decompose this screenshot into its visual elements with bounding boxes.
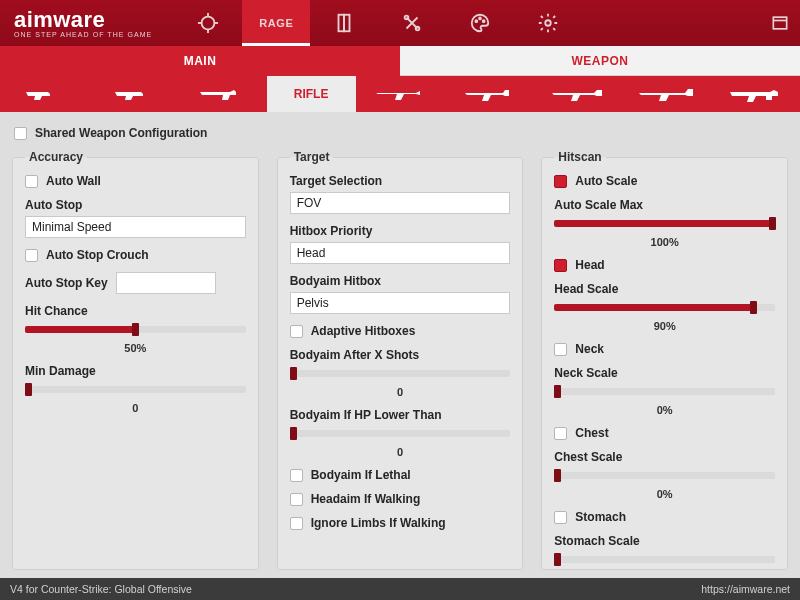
- nav-rage-label: RAGE: [259, 17, 293, 29]
- autoscale-max-label: Auto Scale Max: [554, 198, 775, 212]
- autostop-crouch-row[interactable]: Auto Stop Crouch: [25, 248, 246, 262]
- bodyaim-hp-lower-label: Bodyaim If HP Lower Than: [290, 408, 511, 422]
- nav-visuals[interactable]: [310, 0, 378, 46]
- weapon-awp[interactable]: [622, 76, 711, 112]
- hs-chest-row[interactable]: Chest: [554, 426, 775, 440]
- nav-settings[interactable]: [514, 0, 582, 46]
- ignore-limbs-row[interactable]: Ignore Limbs If Walking: [290, 516, 511, 530]
- adaptive-hitboxes-row[interactable]: Adaptive Hitboxes: [290, 324, 511, 338]
- crosshair-icon: [197, 12, 219, 34]
- bodyaim-hp-lower-value: 0: [290, 446, 511, 458]
- hitbox-priority-select[interactable]: Head: [290, 242, 511, 264]
- bodyaim-hitbox-select[interactable]: Pelvis: [290, 292, 511, 314]
- shared-config-row[interactable]: Shared Weapon Configuration: [12, 122, 788, 150]
- mindmg-label: Min Damage: [25, 364, 246, 378]
- stomach-scale-slider[interactable]: [554, 552, 775, 570]
- chest-scale-label: Chest Scale: [554, 450, 775, 464]
- autoscale-label: Auto Scale: [575, 174, 637, 188]
- panel-accuracy: Accuracy Auto Wall Auto Stop Minimal Spe…: [12, 150, 259, 570]
- bodyaim-after-x-value: 0: [290, 386, 511, 398]
- adaptive-hitboxes-checkbox[interactable]: [290, 325, 303, 338]
- weapon-pistol[interactable]: [0, 76, 89, 112]
- target-selection-select[interactable]: FOV: [290, 192, 511, 214]
- bodyaim-hp-lower-slider[interactable]: [290, 426, 511, 446]
- bodyaim-after-x-slider[interactable]: [290, 366, 511, 386]
- head-scale-value: 90%: [554, 320, 775, 332]
- autostop-crouch-checkbox[interactable]: [25, 249, 38, 262]
- subtab-weapon[interactable]: WEAPON: [400, 46, 800, 76]
- autostop-label: Auto Stop: [25, 198, 246, 212]
- headaim-walking-label: Headaim If Walking: [311, 492, 421, 506]
- ignore-limbs-label: Ignore Limbs If Walking: [311, 516, 446, 530]
- svg-point-10: [479, 18, 481, 20]
- weapon-auto[interactable]: [533, 76, 622, 112]
- head-scale-slider[interactable]: [554, 300, 775, 320]
- autostop-key-input[interactable]: [116, 272, 216, 294]
- autoscale-max-value: 100%: [554, 236, 775, 248]
- weapon-smg[interactable]: [178, 76, 267, 112]
- titlebar: aimware ONE STEP AHEAD OF THE GAME RAGE: [0, 0, 800, 46]
- ignore-limbs-checkbox[interactable]: [290, 517, 303, 530]
- panel-hitscan-legend: Hitscan: [554, 150, 605, 164]
- autoscale-row[interactable]: Auto Scale: [554, 174, 775, 188]
- mindmg-value: 0: [25, 402, 246, 414]
- headaim-walking-checkbox[interactable]: [290, 493, 303, 506]
- smg-icon: [198, 86, 246, 102]
- bodyaim-lethal-checkbox[interactable]: [290, 469, 303, 482]
- nav-misc[interactable]: [378, 0, 446, 46]
- nav-rage[interactable]: RAGE: [242, 0, 310, 46]
- awp-icon: [637, 86, 697, 102]
- hs-neck-row[interactable]: Neck: [554, 342, 775, 356]
- weapon-rifle-label: RIFLE: [294, 87, 329, 101]
- weapon-shotgun[interactable]: [356, 76, 445, 112]
- shared-config-label: Shared Weapon Configuration: [35, 126, 207, 140]
- panel-hitscan: Hitscan Auto Scale Auto Scale Max 100% H…: [541, 150, 788, 570]
- svg-point-12: [546, 20, 552, 26]
- weapon-scout[interactable]: [444, 76, 533, 112]
- autowall-checkbox[interactable]: [25, 175, 38, 188]
- autowall-row[interactable]: Auto Wall: [25, 174, 246, 188]
- hitchance-slider[interactable]: [25, 322, 246, 342]
- window-icon: [770, 13, 790, 33]
- hs-neck-checkbox[interactable]: [554, 343, 567, 356]
- lmg-icon: [728, 86, 784, 102]
- hs-stomach-row[interactable]: Stomach: [554, 510, 775, 524]
- hs-head-row[interactable]: Head: [554, 258, 775, 272]
- autostop-key-label: Auto Stop Key: [25, 276, 108, 290]
- neck-scale-value: 0%: [554, 404, 775, 416]
- nav-legit[interactable]: [174, 0, 242, 46]
- heavy-pistol-icon: [113, 86, 153, 102]
- pistol-icon: [24, 86, 64, 102]
- weapon-category-bar: RIFLE: [0, 76, 800, 112]
- brand-tagline: ONE STEP AHEAD OF THE GAME: [14, 31, 152, 38]
- headaim-walking-row[interactable]: Headaim If Walking: [290, 492, 511, 506]
- svg-point-9: [476, 20, 478, 22]
- stomach-scale-label: Stomach Scale: [554, 534, 775, 548]
- app-window: aimware ONE STEP AHEAD OF THE GAME RAGE: [0, 0, 800, 600]
- shared-config-checkbox[interactable]: [14, 127, 27, 140]
- hs-stomach-checkbox[interactable]: [554, 511, 567, 524]
- hs-neck-label: Neck: [575, 342, 604, 356]
- weapon-rifle[interactable]: RIFLE: [267, 76, 356, 112]
- hs-chest-label: Chest: [575, 426, 608, 440]
- weapon-lmg[interactable]: [711, 76, 800, 112]
- footer-right[interactable]: https://aimware.net: [701, 583, 790, 595]
- bodyaim-lethal-row[interactable]: Bodyaim If Lethal: [290, 468, 511, 482]
- hs-head-checkbox[interactable]: [554, 259, 567, 272]
- mindmg-slider[interactable]: [25, 382, 246, 402]
- bodyaim-hitbox-label: Bodyaim Hitbox: [290, 274, 511, 288]
- hs-chest-checkbox[interactable]: [554, 427, 567, 440]
- autoscale-max-slider[interactable]: [554, 216, 775, 236]
- head-scale-label: Head Scale: [554, 282, 775, 296]
- nav-skins[interactable]: [446, 0, 514, 46]
- window-toggle-button[interactable]: [760, 13, 800, 33]
- weapon-heavy-pistol[interactable]: [89, 76, 178, 112]
- autostop-select[interactable]: Minimal Speed: [25, 216, 246, 238]
- panel-target-legend: Target: [290, 150, 334, 164]
- adaptive-hitboxes-label: Adaptive Hitboxes: [311, 324, 416, 338]
- svg-point-11: [483, 20, 485, 22]
- neck-scale-slider[interactable]: [554, 384, 775, 404]
- chest-scale-slider[interactable]: [554, 468, 775, 488]
- subtab-main[interactable]: MAIN: [0, 46, 400, 76]
- autoscale-checkbox[interactable]: [554, 175, 567, 188]
